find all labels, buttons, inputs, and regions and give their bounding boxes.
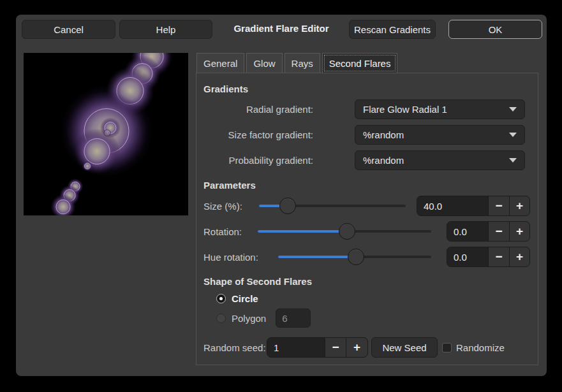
flare-preview-svg	[24, 53, 188, 215]
rotation-plus-button[interactable]: +	[509, 222, 529, 241]
slider-fill	[258, 230, 347, 233]
size-minus-button[interactable]: −	[488, 196, 509, 215]
gradient-flare-editor-dialog: Cancel Help Gradient Flare Editor Rescan…	[16, 15, 547, 376]
random-seed-row: Random seed: 1 − + New Seed Randomize	[203, 337, 531, 358]
hue-rotation-value-field[interactable]: 0.0	[447, 247, 488, 266]
second-flares-panel: Gradients Radial gradient: Flare Glow Ra…	[196, 73, 538, 365]
radial-gradient-label: Radial gradient:	[196, 104, 313, 115]
probability-gradient-row: Probability gradient: %random	[196, 150, 531, 170]
polygon-sides-field[interactable]: 6	[276, 309, 311, 328]
flare-preview	[24, 53, 188, 215]
size-spinbox: 40.0 − +	[417, 196, 530, 216]
titlebar: Cancel Help Gradient Flare Editor Rescan…	[16, 15, 547, 41]
gradients-heading: Gradients	[203, 83, 248, 94]
probability-gradient-label: Probability gradient:	[196, 155, 313, 166]
size-row: Size (%): 40.0 − +	[203, 196, 531, 216]
chevron-down-icon	[509, 158, 517, 163]
polygon-radio[interactable]	[216, 314, 226, 323]
rescan-gradients-button[interactable]: Rescan Gradients	[349, 20, 436, 39]
random-seed-value-field[interactable]: 1	[267, 338, 325, 357]
radial-gradient-dropdown[interactable]: Flare Glow Radial 1	[355, 99, 525, 119]
rotation-minus-button[interactable]: −	[488, 222, 509, 241]
rotation-spinbox: 0.0 − +	[447, 221, 530, 242]
randomize-checkbox[interactable]	[442, 343, 452, 352]
help-button[interactable]: Help	[119, 20, 212, 39]
new-seed-button[interactable]: New Seed	[371, 337, 438, 358]
size-factor-gradient-value: %random	[363, 129, 404, 140]
size-factor-gradient-label: Size factor gradient:	[196, 129, 313, 140]
cancel-button[interactable]: Cancel	[22, 20, 115, 39]
polygon-option-row[interactable]: Polygon 6	[216, 309, 531, 328]
slider-thumb[interactable]	[348, 249, 364, 265]
polygon-radio-label[interactable]: Polygon	[232, 313, 266, 324]
rotation-value-field[interactable]: 0.0	[447, 222, 488, 241]
hue-rotation-row: Hue rotation: 0.0 − +	[203, 247, 531, 267]
chevron-down-icon	[509, 133, 517, 137]
chevron-down-icon	[509, 107, 517, 112]
rotation-slider[interactable]	[258, 222, 431, 240]
hue-rotation-spinbox: 0.0 − +	[447, 247, 530, 267]
hue-rotation-label: Hue rotation:	[203, 252, 278, 263]
tab-glow[interactable]: Glow	[246, 53, 282, 73]
hue-rotation-plus-button[interactable]: +	[509, 247, 529, 266]
size-factor-gradient-row: Size factor gradient: %random	[196, 125, 531, 145]
slider-thumb[interactable]	[279, 198, 296, 214]
tab-second-flares[interactable]: Second Flares	[322, 53, 398, 73]
size-value-field[interactable]: 40.0	[417, 196, 488, 215]
random-seed-plus-button[interactable]: +	[346, 338, 367, 357]
probability-gradient-dropdown[interactable]: %random	[355, 150, 525, 170]
hue-rotation-slider[interactable]	[278, 248, 431, 266]
rotation-label: Rotation:	[203, 226, 258, 237]
random-seed-spinbox: 1 − +	[267, 337, 368, 358]
tab-general[interactable]: General	[196, 53, 244, 73]
size-label: Size (%):	[203, 201, 259, 212]
size-slider[interactable]	[259, 197, 406, 215]
slider-fill	[278, 256, 356, 258]
rotation-row: Rotation: 0.0 − +	[203, 221, 531, 242]
slider-thumb[interactable]	[339, 223, 355, 240]
randomize-label[interactable]: Randomize	[456, 342, 505, 353]
circle-radio[interactable]	[216, 294, 226, 303]
circle-radio-label[interactable]: Circle	[232, 293, 258, 304]
screen: Cancel Help Gradient Flare Editor Rescan…	[0, 0, 562, 392]
size-plus-button[interactable]: +	[509, 196, 529, 215]
radial-gradient-row: Radial gradient: Flare Glow Radial 1	[196, 99, 531, 119]
size-factor-gradient-dropdown[interactable]: %random	[355, 125, 525, 145]
tab-rays[interactable]: Rays	[285, 53, 320, 73]
tab-bar: General Glow Rays Second Flares	[196, 53, 399, 73]
probability-gradient-value: %random	[363, 155, 404, 166]
circle-option-row[interactable]: Circle	[216, 292, 531, 305]
hue-rotation-minus-button[interactable]: −	[488, 247, 509, 266]
parameters-heading: Parameters	[203, 180, 256, 191]
ok-button[interactable]: OK	[448, 20, 542, 39]
random-seed-label: Random seed:	[203, 342, 267, 353]
radial-gradient-value: Flare Glow Radial 1	[363, 104, 447, 115]
random-seed-minus-button[interactable]: −	[325, 338, 346, 357]
shape-heading: Shape of Second Flares	[203, 276, 312, 287]
